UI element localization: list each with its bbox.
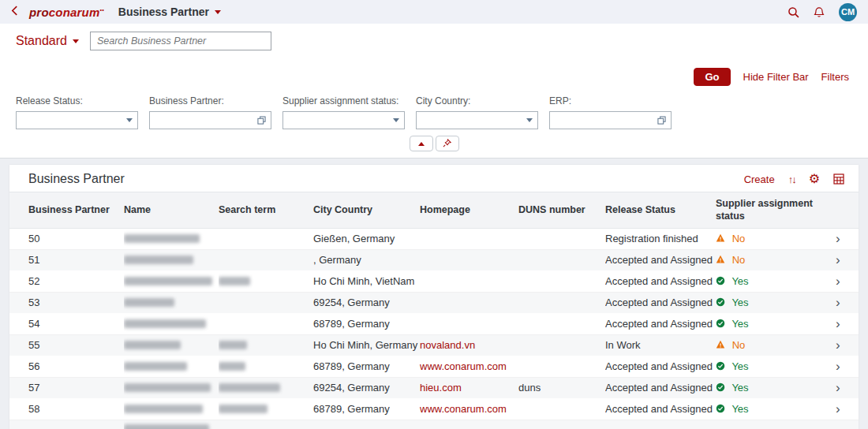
chevron-down-icon[interactable] — [526, 118, 533, 122]
filter-field-input[interactable] — [282, 111, 405, 129]
chevron-right-icon[interactable]: › — [831, 338, 840, 353]
go-button[interactable]: Go — [694, 68, 730, 86]
table-row[interactable]: 57 69254, Germany hieu.com duns Accepted… — [9, 377, 859, 398]
chevron-right-icon[interactable]: › — [831, 274, 840, 289]
cell-business-partner: 59 — [9, 420, 124, 429]
search-icon[interactable] — [788, 6, 799, 18]
user-avatar[interactable]: CM — [839, 3, 857, 21]
cell-release-status: Accepted and Assigned — [605, 398, 716, 420]
column-header[interactable]: Supplier assignment status — [716, 192, 831, 229]
column-header[interactable]: Search term — [219, 192, 313, 229]
filter-field-text-input[interactable] — [155, 115, 254, 126]
cell-search-term — [219, 313, 313, 334]
supplier-status-label: No — [732, 233, 746, 244]
filter-field-text-input[interactable] — [288, 115, 390, 126]
redacted-text — [124, 424, 209, 429]
warning-icon — [716, 340, 725, 349]
search-input[interactable] — [90, 32, 271, 50]
homepage-link[interactable]: novaland.vn — [420, 339, 475, 351]
pin-filter-button[interactable] — [436, 136, 459, 151]
column-header[interactable]: Business Partner — [9, 192, 124, 229]
cell-navigation: › — [831, 398, 859, 420]
filter-field-text-input[interactable] — [555, 115, 654, 126]
chevron-right-icon[interactable]: › — [831, 401, 840, 416]
cell-duns-number — [518, 356, 605, 377]
homepage-link[interactable]: www.conarum.com — [420, 403, 507, 415]
filter-field-input[interactable] — [416, 111, 538, 129]
cell-name — [124, 292, 219, 313]
cell-name — [124, 249, 219, 270]
warning-icon — [716, 233, 725, 243]
homepage-link[interactable]: hieu.com — [420, 382, 462, 394]
table-row[interactable]: 55 Ho Chi Minh, Germany novaland.vn In W… — [9, 334, 859, 356]
column-header[interactable]: Release Status — [605, 192, 716, 229]
filter-field: Supplier assignment status: — [282, 95, 405, 129]
chevron-right-icon[interactable]: › — [831, 295, 840, 310]
supplier-status-label: Yes — [731, 360, 748, 372]
cell-supplier-status: Yes — [716, 398, 831, 420]
column-header[interactable]: Homepage — [420, 192, 518, 229]
filter-field: City Country: — [416, 95, 538, 129]
table-row[interactable]: 52 Ho Chi Minh, VietNam Accepted and Ass… — [9, 270, 859, 292]
chevron-right-icon[interactable]: › — [831, 231, 840, 246]
filters-link[interactable]: Filters — [821, 71, 849, 83]
column-header[interactable]: City Country — [313, 192, 420, 229]
table-row[interactable]: 53 69254, Germany Accepted and Assigned … — [9, 292, 859, 313]
table-row[interactable]: 54 68789, Germany Accepted and Assigned … — [9, 313, 859, 334]
value-help-icon[interactable] — [657, 116, 666, 125]
cell-business-partner: 56 — [9, 356, 124, 377]
cell-search-term — [219, 228, 313, 249]
cell-homepage — [420, 249, 518, 270]
cell-navigation: › — [831, 420, 859, 429]
chevron-right-icon[interactable]: › — [831, 316, 840, 331]
chevron-down-icon[interactable] — [126, 118, 133, 122]
cell-business-partner: 52 — [9, 270, 124, 292]
table-row[interactable]: 56 68789, Germany www.conarum.com Accept… — [9, 356, 859, 377]
chevron-down-icon[interactable] — [393, 118, 399, 122]
cell-release-status: Registration finished — [605, 228, 716, 249]
chevron-right-icon[interactable]: › — [831, 252, 840, 267]
column-header[interactable]: DUNS number — [518, 192, 605, 229]
table-row[interactable]: 51 , Germany Accepted and Assigned No › — [9, 249, 859, 270]
cell-homepage — [420, 313, 518, 334]
filter-field-label: ERP: — [549, 95, 672, 106]
cell-supplier-status: Yes — [716, 270, 831, 292]
create-button[interactable]: Create — [744, 173, 775, 185]
cell-search-term — [219, 420, 313, 429]
chevron-right-icon[interactable]: › — [831, 427, 840, 429]
cell-name — [124, 270, 219, 292]
sort-icon[interactable]: ↑↓ — [788, 173, 795, 185]
chevron-right-icon[interactable]: › — [831, 359, 840, 374]
back-button[interactable] — [11, 5, 18, 19]
filter-field-input[interactable] — [149, 111, 271, 129]
table-row[interactable]: 58 68789, Germany www.conarum.com Accept… — [9, 398, 859, 420]
notifications-bell-icon[interactable] — [814, 6, 825, 18]
homepage-link[interactable]: www.conarum.com — [420, 360, 507, 372]
table-row[interactable]: 50 Gießen, Germany Registration finished… — [9, 228, 859, 249]
cell-search-term — [219, 270, 313, 292]
variant-selector[interactable]: Standard — [16, 34, 79, 48]
filter-field-text-input[interactable] — [21, 115, 123, 126]
chevron-right-icon[interactable]: › — [831, 380, 840, 395]
hide-filter-bar-link[interactable]: Hide Filter Bar — [743, 71, 809, 83]
page-title: Business Partner — [118, 6, 209, 18]
column-header[interactable]: Name — [124, 192, 219, 229]
filter-field-text-input[interactable] — [421, 115, 523, 126]
cell-release-status: Accepted and Assigned — [605, 377, 716, 398]
value-help-icon[interactable] — [257, 116, 266, 125]
cell-release-status: Accepted and Assigned — [605, 420, 716, 429]
cell-name — [124, 420, 219, 429]
table-header-row: Business PartnerNameSearch termCity Coun… — [9, 192, 859, 229]
app-title-menu[interactable]: Business Partner — [118, 6, 221, 18]
supplier-status-label: Yes — [731, 318, 748, 330]
export-spreadsheet-icon[interactable] — [833, 173, 844, 185]
variant-row: Standard — [0, 24, 868, 57]
table-row[interactable]: 59 , Vietnam Accepted and Assigned Yes › — [9, 420, 859, 429]
collapse-filter-button[interactable] — [410, 136, 433, 151]
cell-search-term — [219, 377, 313, 398]
cell-release-status: Accepted and Assigned — [605, 249, 716, 270]
filter-field-input[interactable] — [549, 111, 672, 129]
settings-gear-icon[interactable]: ⚙ — [809, 173, 820, 185]
cell-navigation: › — [831, 292, 859, 313]
filter-field-input[interactable] — [16, 111, 138, 129]
